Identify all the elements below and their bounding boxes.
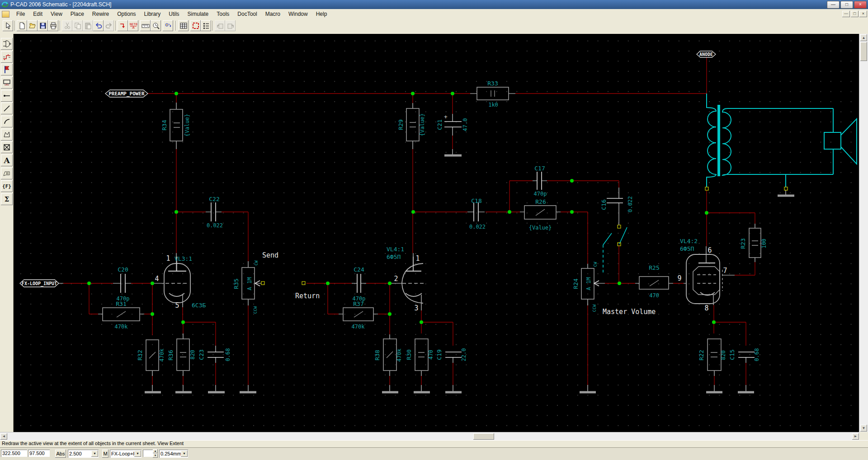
svg-text:{Value}: {Value} bbox=[184, 114, 190, 137]
menu-doctool[interactable]: DocTool bbox=[233, 9, 261, 19]
menu-rewire[interactable]: Rewire bbox=[88, 9, 113, 19]
open-button[interactable] bbox=[27, 20, 38, 31]
horizontal-scrollbar[interactable]: ◄ ► bbox=[0, 432, 859, 441]
svg-text:CCW: CCW bbox=[253, 306, 258, 314]
svg-text:Send: Send bbox=[262, 251, 278, 259]
minimize-button[interactable]: — bbox=[827, 1, 840, 9]
menu-simulate[interactable]: Simulate bbox=[184, 9, 213, 19]
combo-arrow-icon[interactable]: ▼ bbox=[134, 451, 141, 457]
menu-view[interactable]: View bbox=[47, 9, 66, 19]
svg-text:C17: C17 bbox=[534, 165, 545, 172]
select-tool-button[interactable] bbox=[3, 20, 13, 31]
spinner-up-icon[interactable]: ▲ bbox=[153, 449, 158, 453]
zoom-clock-button[interactable] bbox=[151, 20, 161, 31]
svg-text:6Ф5П: 6Ф5П bbox=[387, 253, 401, 260]
svg-text:1k0: 1k0 bbox=[488, 102, 498, 108]
print-button[interactable] bbox=[48, 20, 58, 31]
place-arc-icon[interactable] bbox=[1, 116, 13, 127]
document-icon[interactable] bbox=[2, 11, 9, 18]
svg-text:CCW: CCW bbox=[592, 304, 597, 312]
svg-text:PREAMP_POWER: PREAMP_POWER bbox=[108, 91, 145, 97]
undo-button[interactable] bbox=[93, 20, 104, 31]
x-coordinate-field[interactable] bbox=[1, 450, 27, 457]
place-line-icon[interactable] bbox=[1, 103, 13, 114]
svg-text:C15: C15 bbox=[729, 349, 736, 360]
y-coordinate-field[interactable] bbox=[28, 450, 50, 457]
menu-utils[interactable]: Utils bbox=[165, 9, 183, 19]
svg-text:C22: C22 bbox=[209, 196, 219, 202]
menu-window[interactable]: Window bbox=[284, 9, 312, 19]
maximize-button[interactable]: □ bbox=[840, 1, 853, 9]
svg-text:R32: R32 bbox=[137, 350, 143, 360]
place-polygon-icon[interactable] bbox=[1, 129, 13, 141]
save-button[interactable] bbox=[38, 20, 48, 31]
svg-text:VL4:1: VL4:1 bbox=[387, 246, 404, 253]
combo-arrow-icon[interactable]: ▼ bbox=[181, 451, 188, 457]
svg-text:NET0: NET0 bbox=[130, 23, 137, 26]
scroll-left-icon[interactable]: ◄ bbox=[0, 433, 7, 440]
svg-text:C16: C16 bbox=[600, 199, 607, 210]
paste-button[interactable] bbox=[83, 20, 93, 31]
schematic-svg: PREAMP_POWER FX-LOOP_INPUT ANODE R34 {Va… bbox=[14, 34, 859, 432]
cut-button[interactable] bbox=[62, 20, 72, 31]
place-table-sigma-icon[interactable]: Σ bbox=[1, 193, 13, 205]
scroll-up-icon[interactable]: ▲ bbox=[860, 34, 867, 41]
place-attribute-icon[interactable] bbox=[1, 168, 13, 179]
menu-file[interactable]: File bbox=[12, 9, 29, 19]
hierarchy-down-button[interactable] bbox=[225, 20, 236, 31]
menu-library[interactable]: Library bbox=[140, 9, 165, 19]
scroll-down-icon[interactable]: ▼ bbox=[860, 425, 867, 432]
schematic-canvas[interactable]: PREAMP_POWER FX-LOOP_INPUT ANODE R34 {Va… bbox=[14, 34, 859, 432]
vertical-scroll-thumb[interactable] bbox=[860, 42, 867, 61]
menu-macro[interactable]: Macro bbox=[261, 9, 284, 19]
vertical-scrollbar[interactable]: ▲ ▼ bbox=[859, 34, 868, 432]
svg-text:VL3:1: VL3:1 bbox=[175, 255, 192, 262]
sheet-combo[interactable]: FX-Loop+Pow ▼ bbox=[110, 450, 142, 458]
measure-button[interactable] bbox=[140, 20, 151, 31]
place-wire-icon[interactable] bbox=[1, 51, 13, 63]
grid-spacing-combo[interactable]: 2.500 ▼ bbox=[68, 450, 99, 458]
close-button[interactable]: × bbox=[854, 1, 867, 9]
menu-tools[interactable]: Tools bbox=[212, 9, 233, 19]
svg-text:2: 2 bbox=[394, 275, 398, 283]
place-part-icon[interactable] bbox=[1, 38, 13, 50]
block-button[interactable] bbox=[190, 20, 201, 31]
increment-field[interactable] bbox=[143, 450, 154, 457]
mdi-close-button[interactable]: × bbox=[859, 11, 867, 17]
rewire-tool-button[interactable] bbox=[118, 20, 128, 31]
redo-button[interactable] bbox=[104, 20, 114, 31]
place-pin-icon[interactable] bbox=[1, 90, 13, 102]
place-port-icon[interactable] bbox=[1, 64, 13, 75]
svg-text:A 1M: A 1M bbox=[585, 277, 592, 291]
place-sheet-connector-icon[interactable] bbox=[1, 77, 13, 89]
line-width-combo[interactable]: 0.254mm ▼ bbox=[159, 450, 188, 458]
macro-record-button[interactable] bbox=[163, 20, 173, 31]
svg-text:CW: CW bbox=[254, 260, 259, 265]
place-field-icon[interactable]: {F} bbox=[1, 180, 13, 192]
hierarchy-up-button[interactable] bbox=[215, 20, 225, 31]
metric-button[interactable]: M bbox=[102, 450, 108, 458]
horizontal-scroll-thumb[interactable] bbox=[473, 433, 494, 440]
spinner-down-icon[interactable]: ▼ bbox=[153, 454, 158, 458]
svg-text:C19: C19 bbox=[436, 349, 443, 360]
abs-rel-button[interactable]: Abs bbox=[55, 450, 66, 458]
bom-button[interactable] bbox=[201, 20, 211, 31]
combo-arrow-icon[interactable]: ▼ bbox=[91, 451, 98, 457]
mdi-minimize-button[interactable]: — bbox=[842, 11, 850, 17]
title-bar[interactable]: P-CAD 2006 Schematic - [2204draft.SCH] —… bbox=[0, 0, 868, 9]
copy-button[interactable] bbox=[72, 20, 83, 31]
control-bar: Abs 2.500 ▼ M FX-Loop+Pow ▼ ▲ ▼ 0.254mm … bbox=[0, 447, 868, 460]
menu-place[interactable]: Place bbox=[66, 9, 88, 19]
mdi-restore-button[interactable]: □ bbox=[851, 11, 859, 17]
net-label-button[interactable]: NET0 bbox=[128, 20, 138, 31]
menu-edit[interactable]: Edit bbox=[29, 9, 47, 19]
menu-help[interactable]: Help bbox=[312, 9, 331, 19]
scroll-right-icon[interactable]: ► bbox=[852, 433, 859, 440]
menu-bar: File Edit View Place Rewire Options Libr… bbox=[0, 9, 868, 19]
menu-options[interactable]: Options bbox=[113, 9, 140, 19]
table-button[interactable] bbox=[178, 20, 189, 31]
place-text-icon[interactable]: A bbox=[1, 155, 13, 166]
port-anode: ANODE bbox=[697, 51, 716, 57]
place-cut-region-icon[interactable] bbox=[1, 141, 13, 153]
new-button[interactable] bbox=[17, 20, 27, 31]
